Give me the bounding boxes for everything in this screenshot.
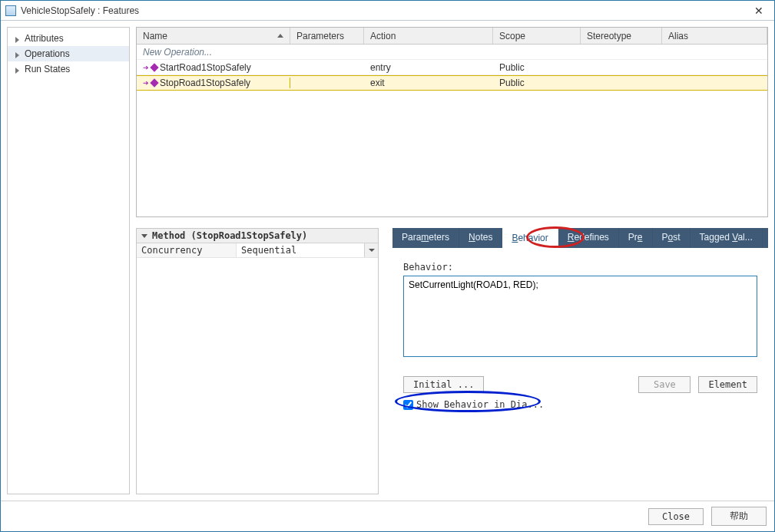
close-icon[interactable]: ✕	[744, 1, 774, 20]
titlebar: VehicleStopSafely : Features ✕	[1, 1, 774, 21]
sidebar-item-operations[interactable]: Operations	[8, 46, 129, 61]
operations-table: Name Parameters Action Scope Stereotype …	[136, 27, 768, 217]
diamond-icon	[150, 63, 158, 71]
diamond-icon	[150, 78, 158, 87]
cell-name: StartRoad1StopSafely	[160, 62, 251, 73]
sidebar: Attributes Operations Run States	[7, 27, 130, 494]
col-stereotype[interactable]: Stereotype	[581, 28, 662, 44]
table-row[interactable]: StopRoad1StopSafely exit Public	[137, 75, 767, 91]
cell-name: StopRoad1StopSafely	[160, 78, 250, 88]
method-pane: Method (StopRoad1StopSafely) Concurrency…	[136, 228, 379, 494]
behavior-label: Behavior:	[403, 262, 757, 273]
table-row[interactable]: StartRoad1StopSafely entry Public	[137, 60, 767, 75]
col-alias[interactable]: Alias	[662, 28, 767, 44]
col-parameters[interactable]: Parameters	[290, 28, 364, 44]
collapse-icon[interactable]	[141, 234, 147, 238]
help-button[interactable]: 帮助	[711, 507, 767, 526]
behavior-textarea[interactable]	[403, 276, 757, 357]
show-behavior-checkbox-input[interactable]	[403, 400, 413, 410]
new-operation-row[interactable]: New Operation...	[137, 45, 767, 60]
property-value: Sequential	[237, 243, 364, 257]
app-icon	[5, 5, 16, 16]
operation-icon	[143, 64, 149, 71]
cell-action: exit	[364, 78, 493, 88]
detail-tabs: Parameters Notes Behavior Redefines Pre …	[392, 228, 768, 248]
element-button[interactable]: Element	[698, 376, 757, 393]
operation-icon	[143, 79, 149, 87]
tab-notes[interactable]: Notes	[459, 228, 502, 248]
table-header: Name Parameters Action Scope Stereotype …	[137, 28, 767, 45]
tab-behavior[interactable]: Behavior	[502, 228, 558, 248]
show-behavior-checkbox[interactable]: Show Behavior in Dia...	[403, 399, 757, 410]
close-button[interactable]: Close	[648, 508, 704, 525]
placeholder-label: New Operation...	[137, 47, 290, 58]
property-key: Concurrency	[137, 243, 237, 257]
cell-scope: Public	[493, 78, 581, 88]
show-behavior-label: Show Behavior in Dia...	[416, 399, 544, 410]
col-action[interactable]: Action	[364, 28, 493, 44]
cell-action: entry	[364, 62, 493, 73]
col-scope[interactable]: Scope	[493, 28, 581, 44]
save-button[interactable]: Save	[638, 376, 691, 393]
method-heading: Method (StopRoad1StopSafely)	[152, 230, 307, 241]
initial-button[interactable]: Initial ...	[403, 376, 484, 393]
tab-redefines[interactable]: Redefines	[558, 228, 619, 248]
window-title: VehicleStopSafely : Features	[21, 5, 744, 16]
tab-post[interactable]: Post	[653, 228, 691, 248]
col-name[interactable]: Name	[137, 28, 290, 44]
bottom-bar: Close 帮助	[1, 501, 774, 531]
dropdown-icon[interactable]	[364, 243, 378, 257]
behavior-pane: Parameters Notes Behavior Redefines Pre …	[392, 228, 768, 494]
tab-pre[interactable]: Pre	[619, 228, 653, 248]
tab-tagged-values[interactable]: Tagged Val...	[691, 228, 763, 248]
sidebar-item-run-states[interactable]: Run States	[8, 61, 129, 77]
tab-parameters[interactable]: Parameters	[392, 228, 459, 248]
property-row[interactable]: Concurrency Sequential	[137, 243, 378, 258]
cell-scope: Public	[493, 62, 581, 73]
sidebar-item-attributes[interactable]: Attributes	[8, 31, 129, 46]
